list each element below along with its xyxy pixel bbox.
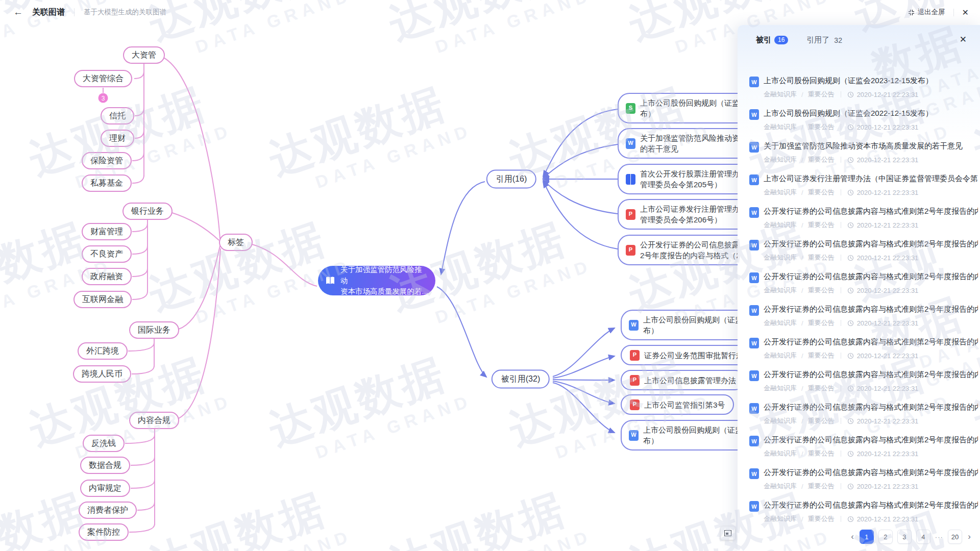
mindmap-node[interactable]: 理财	[101, 130, 134, 147]
list-item[interactable]: 公开发行证券的公司信息披露内容与格式准则第2号年度报告的内...金融知识库/重要…	[738, 403, 980, 425]
mindmap-node[interactable]: 信托	[101, 107, 134, 124]
mindmap-node[interactable]: 案件防控	[79, 523, 129, 541]
list-item[interactable]: 公开发行证券的公司信息披露内容与格式准则第2号年度报告的内...金融知识库/重要…	[738, 207, 980, 229]
page-button-1[interactable]: 1	[860, 530, 874, 544]
word-doc-icon	[749, 240, 759, 251]
doc-meta: 金融知识库/重要公告2020-12-21 22:23:31	[764, 253, 978, 262]
excel-doc-icon	[626, 103, 635, 114]
clock-icon	[847, 91, 854, 98]
tab-cited-by[interactable]: 被引 16	[756, 35, 788, 45]
word-doc-icon	[749, 272, 759, 283]
clock-icon	[847, 450, 854, 457]
doc-node[interactable]: 上市公司监管指引第3号	[621, 394, 734, 415]
page-subtitle: 基于大模型生成的关联图谱	[84, 8, 166, 17]
word-doc-icon	[749, 436, 759, 446]
mindmap-node[interactable]: 内审规定	[80, 480, 130, 497]
doc-title[interactable]: 公开发行证券的公司信息披露内容与格式准则第2号年度报告的内...	[764, 272, 978, 282]
doc-meta: 金融知识库/重要公告2020-12-21 22:23:31	[764, 90, 933, 99]
doc-title[interactable]: 公开发行证券的公司信息披露内容与格式准则第2号年度报告的内...	[764, 468, 978, 478]
doc-meta: 金融知识库/重要公告2020-12-21 22:23:31	[764, 286, 978, 295]
cited-by-group-node[interactable]: 被引用(32)	[492, 370, 550, 389]
mindmap-node-tags-root[interactable]: 标签	[219, 234, 253, 251]
doc-title[interactable]: 公开发行证券的公司信息披露内容与格式准则第2号年度报告的内...	[764, 435, 978, 445]
list-item[interactable]: 公开发行证券的公司信息披露内容与格式准则第2号年度报告的内...金融知识库/重要…	[738, 337, 980, 360]
list-item[interactable]: 上市公司股份回购规则（证监会2022-12-15发布）金融知识库/重要公告202…	[738, 109, 980, 131]
ppt-doc-icon	[626, 209, 635, 220]
back-arrow-icon[interactable]: ←	[13, 7, 23, 18]
list-item[interactable]: 公开发行证券的公司信息披露内容与格式准则第2号年度报告的内...金融知识库/重要…	[738, 239, 980, 262]
next-page-button[interactable]: ›	[967, 532, 972, 542]
doc-meta: 金融知识库/重要公告2020-12-21 22:23:31	[764, 318, 978, 328]
list-item[interactable]: 关于加强监管防范风险推动资本市场高质量发展的若干意见金融知识库/重要公告2020…	[738, 141, 980, 164]
doc-title[interactable]: 上市公司股份回购规则（证监会2023-12-15发布）	[764, 76, 933, 86]
mindmap-node[interactable]: 私募基金	[82, 174, 132, 192]
list-item[interactable]: 上市公司证券发行注册管理办法（中国证券监督管理委员会令第2...金融知识库/重要…	[738, 174, 980, 196]
page-button-3[interactable]: 3	[897, 530, 912, 544]
doc-title[interactable]: 公开发行证券的公司信息披露内容与格式准则第2号年度报告的内...	[764, 403, 978, 412]
mindmap-node[interactable]: 消费者保护	[79, 502, 137, 519]
mindmap-node-daziguan[interactable]: 大资管	[123, 46, 165, 64]
close-icon[interactable]: ✕	[962, 8, 969, 17]
doc-node[interactable]: 上市公司信息披露管理办法	[621, 370, 745, 390]
list-item[interactable]: 公开发行证券的公司信息披露内容与格式准则第2号年度报告的内...金融知识库/重要…	[738, 305, 980, 327]
references-group-node[interactable]: 引用(16)	[486, 170, 536, 189]
mindmap-node-neironghegui[interactable]: 内容合规	[129, 412, 179, 429]
mindmap-node[interactable]: 数据合规	[80, 457, 130, 474]
doc-title[interactable]: 公开发行证券的公司信息披露内容与格式准则第2号年度报告的内...	[764, 207, 978, 216]
book-doc-icon	[626, 174, 635, 185]
panel-close-icon[interactable]: ✕	[960, 34, 967, 45]
list-item[interactable]: 公开发行证券的公司信息披露内容与格式准则第2号年度报告的内...金融知识库/重要…	[738, 272, 980, 294]
root-document-node[interactable]: 关于加强监管防范风险推动 资本市场高质量发展的若...	[318, 266, 435, 295]
root-document-title: 关于加强监管防范风险推动 资本市场高质量发展的若...	[340, 264, 429, 296]
doc-meta: 金融知识库/重要公告2020-12-21 22:23:31	[764, 351, 978, 360]
page-title: 关联图谱	[32, 7, 65, 18]
mindmap-node[interactable]: 外汇跨境	[78, 342, 128, 360]
doc-meta: 金融知识库/重要公告2020-12-21 22:23:31	[764, 416, 978, 425]
mindmap-node[interactable]: 保险资管	[82, 152, 132, 169]
list-item[interactable]: 上市公司股份回购规则（证监会2023-12-15发布）金融知识库/重要公告202…	[738, 76, 980, 98]
mindmap-node[interactable]: 政府融资	[82, 268, 132, 285]
page-button-2[interactable]: 2	[878, 530, 893, 544]
header-divider	[74, 8, 75, 16]
list-item[interactable]: 公开发行证券的公司信息披露内容与格式准则第2号年度报告的内...金融知识库/重要…	[738, 370, 980, 392]
mindmap-node-guojiyewu[interactable]: 国际业务	[129, 321, 179, 339]
page-button-last[interactable]: 20	[948, 530, 962, 544]
count-label: 32	[834, 36, 842, 44]
doc-title[interactable]: 公开发行证券的公司信息披露内容与格式准则第2号年度报告的内...	[764, 305, 978, 314]
word-doc-icon	[749, 77, 759, 87]
mindmap-node-yinhangyewu[interactable]: 银行业务	[122, 203, 173, 220]
exit-fullscreen-button[interactable]: 退出全屏	[908, 8, 945, 17]
list-item[interactable]: 公开发行证券的公司信息披露内容与格式准则第2号年度报告的内...金融知识库/重要…	[738, 500, 980, 523]
doc-title[interactable]: 公开发行证券的公司信息披露内容与格式准则第2号年度报告的内...	[764, 500, 978, 510]
doc-title[interactable]: 关于加强监管防范风险推动资本市场高质量发展的若干意见	[764, 141, 963, 151]
mindmap-node[interactable]: 不良资产	[82, 245, 132, 263]
doc-title[interactable]: 公开发行证券的公司信息披露内容与格式准则第2号年度报告的内...	[764, 239, 978, 249]
header-divider	[953, 9, 954, 16]
doc-meta: 金融知识库/重要公告2020-12-21 22:23:31	[764, 155, 963, 164]
doc-title[interactable]: 公开发行证券的公司信息披露内容与格式准则第2号年度报告的内...	[764, 370, 978, 380]
minimap-toggle-button[interactable]	[721, 527, 735, 540]
tab-references[interactable]: 引用了 32	[806, 35, 842, 45]
doc-title[interactable]: 上市公司证券发行注册管理办法（中国证券监督管理委员会令第2...	[764, 174, 978, 184]
word-doc-icon	[749, 174, 759, 185]
clock-icon	[847, 189, 854, 196]
list-item[interactable]: 公开发行证券的公司信息披露内容与格式准则第2号年度报告的内...金融知识库/重要…	[738, 468, 980, 490]
clock-icon	[847, 385, 854, 392]
list-item[interactable]: 公开发行证券的公司信息披露内容与格式准则第2号年度报告的内...金融知识库/重要…	[738, 435, 980, 458]
mindmap-node[interactable]: 互联网金融	[74, 291, 132, 308]
doc-title[interactable]: 上市公司股份回购规则（证监会2022-12-15发布）	[764, 109, 933, 118]
page-button-4[interactable]: 4	[916, 530, 930, 544]
collapsed-count-badge[interactable]: 3	[99, 93, 108, 103]
mindmap-node[interactable]: 反洗钱	[83, 435, 125, 452]
doc-meta: 金融知识库/重要公告2020-12-21 22:23:31	[764, 220, 978, 230]
clock-icon	[847, 320, 854, 327]
mindmap-node[interactable]: 大资管综合	[74, 70, 132, 87]
panel-tabs: 被引 16 引用了 32 ✕	[738, 25, 980, 45]
doc-title[interactable]: 公开发行证券的公司信息披露内容与格式准则第2号年度报告的内...	[764, 337, 978, 347]
mindmap-node[interactable]: 跨境人民币	[73, 365, 131, 383]
mindmap-node[interactable]: 财富管理	[82, 223, 132, 240]
app-window: ← 关联图谱 基于大模型生成的关联图谱 退出全屏 ✕	[0, 0, 980, 551]
word-doc-icon	[749, 501, 759, 512]
pagination-ellipsis: ···	[935, 533, 943, 541]
prev-page-button[interactable]: ‹	[850, 532, 855, 542]
